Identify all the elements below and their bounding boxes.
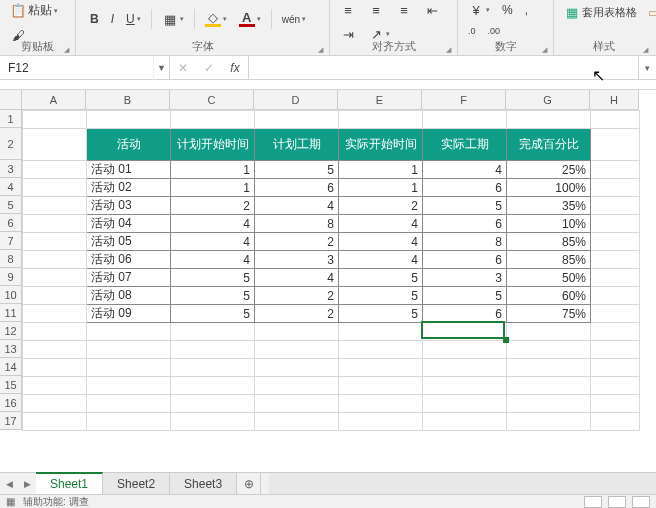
cell-G2[interactable]: 完成百分比 bbox=[507, 129, 591, 161]
cell-D14[interactable] bbox=[255, 359, 339, 377]
formula-expand-button[interactable]: ▾ bbox=[638, 56, 656, 79]
cell-F7[interactable]: 8 bbox=[423, 233, 507, 251]
row-headers[interactable]: 1234567891011121314151617 bbox=[0, 110, 22, 430]
align-bot-button[interactable]: ≡ bbox=[392, 0, 416, 20]
cell-A14[interactable] bbox=[23, 359, 87, 377]
underline-button[interactable]: U▾ bbox=[122, 10, 145, 28]
grid[interactable]: ABCDEFGH 1234567891011121314151617 活动计划开… bbox=[0, 90, 656, 470]
select-all-corner[interactable] bbox=[0, 90, 22, 110]
column-header-G[interactable]: G bbox=[506, 90, 590, 110]
tab-nav-next[interactable]: ▶ bbox=[18, 473, 36, 494]
formula-input[interactable] bbox=[249, 56, 638, 79]
cell-A15[interactable] bbox=[23, 377, 87, 395]
cell-C9[interactable]: 5 bbox=[171, 269, 255, 287]
cell-B17[interactable] bbox=[87, 413, 171, 431]
cell-D4[interactable]: 6 bbox=[255, 179, 339, 197]
cell-D17[interactable] bbox=[255, 413, 339, 431]
cell-G10[interactable]: 60% bbox=[507, 287, 591, 305]
column-header-E[interactable]: E bbox=[338, 90, 422, 110]
cells[interactable]: 活动计划开始时间计划工期实际开始时间实际工期完成百分比活动 01151425%活… bbox=[22, 110, 640, 431]
row-header-13[interactable]: 13 bbox=[0, 340, 22, 358]
cell-C10[interactable]: 5 bbox=[171, 287, 255, 305]
cell-E12[interactable] bbox=[339, 323, 423, 341]
row-header-7[interactable]: 7 bbox=[0, 232, 22, 250]
cell-A7[interactable] bbox=[23, 233, 87, 251]
cell-D6[interactable]: 8 bbox=[255, 215, 339, 233]
cell-A8[interactable] bbox=[23, 251, 87, 269]
cell-styles-button[interactable]: ▭单元格样式 bbox=[642, 2, 656, 22]
cell-E15[interactable] bbox=[339, 377, 423, 395]
row-header-15[interactable]: 15 bbox=[0, 376, 22, 394]
cell-F9[interactable]: 3 bbox=[423, 269, 507, 287]
cell-B3[interactable]: 活动 01 bbox=[87, 161, 171, 179]
align-mid-button[interactable]: ≡ bbox=[364, 0, 388, 20]
column-header-D[interactable]: D bbox=[254, 90, 338, 110]
cell-D7[interactable]: 2 bbox=[255, 233, 339, 251]
cell-C14[interactable] bbox=[171, 359, 255, 377]
cell-D12[interactable] bbox=[255, 323, 339, 341]
cell-G13[interactable] bbox=[507, 341, 591, 359]
cell-B9[interactable]: 活动 07 bbox=[87, 269, 171, 287]
cell-A12[interactable] bbox=[23, 323, 87, 341]
cell-G8[interactable]: 85% bbox=[507, 251, 591, 269]
cell-H7[interactable] bbox=[591, 233, 640, 251]
cell-B8[interactable]: 活动 06 bbox=[87, 251, 171, 269]
cell-F12[interactable] bbox=[423, 323, 507, 341]
cell-C15[interactable] bbox=[171, 377, 255, 395]
cell-E11[interactable]: 5 bbox=[339, 305, 423, 323]
cell-F8[interactable]: 6 bbox=[423, 251, 507, 269]
bold-button[interactable]: B bbox=[86, 10, 103, 28]
cell-A5[interactable] bbox=[23, 197, 87, 215]
cell-E2[interactable]: 实际开始时间 bbox=[339, 129, 423, 161]
cell-E5[interactable]: 2 bbox=[339, 197, 423, 215]
cell-A9[interactable] bbox=[23, 269, 87, 287]
indent-dec-button[interactable]: ⇤ bbox=[420, 0, 444, 20]
cell-D16[interactable] bbox=[255, 395, 339, 413]
format-as-table-button[interactable]: ▦套用表格格 bbox=[560, 2, 641, 22]
cell-D3[interactable]: 5 bbox=[255, 161, 339, 179]
cell-F1[interactable] bbox=[423, 111, 507, 129]
name-box-dropdown[interactable]: ▼ bbox=[153, 56, 169, 80]
cell-F13[interactable] bbox=[423, 341, 507, 359]
cell-G14[interactable] bbox=[507, 359, 591, 377]
column-header-B[interactable]: B bbox=[86, 90, 170, 110]
cell-H1[interactable] bbox=[591, 111, 640, 129]
font-color-button[interactable]: A▾ bbox=[235, 9, 265, 29]
cell-C16[interactable] bbox=[171, 395, 255, 413]
cell-E6[interactable]: 4 bbox=[339, 215, 423, 233]
cell-D10[interactable]: 2 bbox=[255, 287, 339, 305]
phonetic-button[interactable]: wén▾ bbox=[278, 12, 310, 27]
add-sheet-button[interactable]: ⊕ bbox=[237, 473, 261, 494]
cell-A4[interactable] bbox=[23, 179, 87, 197]
cell-A3[interactable] bbox=[23, 161, 87, 179]
row-header-5[interactable]: 5 bbox=[0, 196, 22, 214]
sheet-tab-sheet2[interactable]: Sheet2 bbox=[103, 473, 170, 494]
enter-formula-button[interactable]: ✓ bbox=[196, 56, 222, 80]
cell-G9[interactable]: 50% bbox=[507, 269, 591, 287]
row-header-16[interactable]: 16 bbox=[0, 394, 22, 412]
cell-H4[interactable] bbox=[591, 179, 640, 197]
cell-F10[interactable]: 5 bbox=[423, 287, 507, 305]
horizontal-scrollbar[interactable] bbox=[269, 473, 656, 494]
accounting-button[interactable]: ¥▾ bbox=[464, 0, 494, 20]
cell-F4[interactable]: 6 bbox=[423, 179, 507, 197]
cell-B14[interactable] bbox=[87, 359, 171, 377]
cell-B12[interactable] bbox=[87, 323, 171, 341]
cell-H8[interactable] bbox=[591, 251, 640, 269]
cell-G12[interactable] bbox=[507, 323, 591, 341]
cell-E8[interactable]: 4 bbox=[339, 251, 423, 269]
page-layout-view-button[interactable] bbox=[608, 496, 626, 508]
cell-B15[interactable] bbox=[87, 377, 171, 395]
row-header-2[interactable]: 2 bbox=[0, 128, 22, 160]
cell-D5[interactable]: 4 bbox=[255, 197, 339, 215]
tab-nav-prev[interactable]: ◀ bbox=[0, 473, 18, 494]
row-header-4[interactable]: 4 bbox=[0, 178, 22, 196]
cell-H6[interactable] bbox=[591, 215, 640, 233]
cell-G6[interactable]: 10% bbox=[507, 215, 591, 233]
paste-button[interactable]: 📋 粘贴 ▾ bbox=[6, 0, 62, 21]
row-header-1[interactable]: 1 bbox=[0, 110, 22, 128]
decimal-inc-button[interactable]: .0 bbox=[464, 24, 480, 38]
cell-A11[interactable] bbox=[23, 305, 87, 323]
cell-E3[interactable]: 1 bbox=[339, 161, 423, 179]
cell-H13[interactable] bbox=[591, 341, 640, 359]
